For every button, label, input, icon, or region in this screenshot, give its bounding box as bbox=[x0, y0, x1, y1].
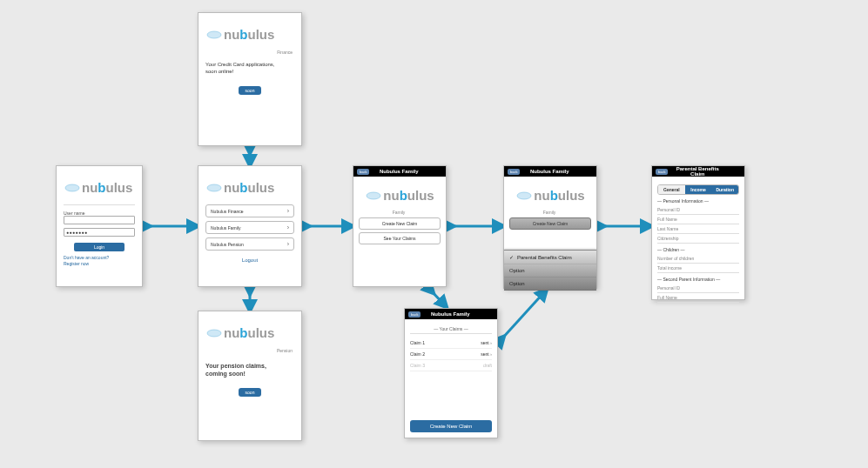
nav-family[interactable]: Nubulus Family› bbox=[205, 221, 294, 234]
phone-header: back Nubulus Family bbox=[405, 309, 497, 319]
logo: nubulus bbox=[359, 184, 441, 206]
flow-canvas: nubulus Finance Your Credit Card applica… bbox=[0, 0, 868, 468]
chevron-right-icon: › bbox=[287, 208, 289, 214]
svg-point-13 bbox=[517, 192, 531, 199]
nav-pension[interactable]: Nubulus Pension› bbox=[205, 237, 294, 251]
register-link[interactable]: Don't have an account?Register now bbox=[64, 255, 135, 267]
field-num-children[interactable]: Number of children bbox=[657, 254, 739, 264]
dropdown-option[interactable]: Option bbox=[504, 264, 596, 277]
section-children: Children bbox=[657, 247, 739, 252]
dropdown-option[interactable]: Option bbox=[504, 277, 596, 291]
list-header: — Your Claims — bbox=[410, 326, 492, 334]
field-full-name[interactable]: Full Name bbox=[657, 215, 739, 224]
password-input[interactable]: ●●●●●●● bbox=[64, 228, 135, 237]
see-claims-button[interactable]: See Your Claims bbox=[359, 232, 441, 244]
form-tabs: General Income Duration bbox=[657, 184, 739, 195]
card-hub: nubulus Nubulus Finance› Nubulus Family›… bbox=[198, 165, 302, 287]
tab-duration[interactable]: Duration bbox=[711, 185, 738, 194]
field-sp-personal-id[interactable]: Personal ID bbox=[657, 284, 739, 293]
logo: nubulus bbox=[205, 175, 294, 199]
phone-family-menu: back Nubulus Family nubulus Family Creat… bbox=[353, 165, 447, 287]
teaser-button[interactable]: soon bbox=[239, 86, 262, 95]
back-button[interactable]: back bbox=[656, 169, 668, 175]
chevron-right-icon: › bbox=[287, 241, 289, 247]
tab-general[interactable]: General bbox=[658, 185, 685, 194]
phone-claims-list: back Nubulus Family — Your Claims — Clai… bbox=[404, 308, 498, 438]
svg-point-8 bbox=[207, 31, 221, 38]
svg-line-5 bbox=[431, 291, 444, 304]
teaser-text: Your Credit Card applications,soon onlin… bbox=[205, 62, 294, 76]
logo: nubulus bbox=[205, 320, 294, 344]
field-total-income[interactable]: Total income bbox=[657, 264, 739, 273]
create-claim-select[interactable]: Create New Claim bbox=[509, 217, 591, 230]
field-personal-id[interactable]: Personal ID bbox=[657, 205, 739, 215]
claim-row[interactable]: Claim 3draft bbox=[410, 360, 492, 371]
create-new-claim-button[interactable]: Create New Claim bbox=[410, 420, 492, 432]
field-last-name[interactable]: Last Name bbox=[657, 224, 739, 234]
svg-point-10 bbox=[207, 184, 221, 191]
phone-family-dropdown: back Nubulus Family nubulus Family Creat… bbox=[503, 165, 597, 289]
field-sp-full-name[interactable]: Full Name bbox=[657, 293, 739, 303]
logo-subtitle: Family bbox=[509, 210, 589, 215]
logout-link[interactable]: Logout bbox=[205, 257, 294, 263]
phone-title: Nubulus Family bbox=[373, 169, 425, 174]
logo-subtitle: Finance bbox=[205, 50, 293, 55]
svg-line-6 bbox=[501, 292, 544, 339]
card-finance-teaser: nubulus Finance Your Credit Card applica… bbox=[198, 12, 302, 146]
card-pension-teaser: nubulus Pension Your pension claims,comi… bbox=[198, 311, 302, 441]
nav-finance[interactable]: Nubulus Finance› bbox=[205, 204, 294, 217]
svg-point-11 bbox=[207, 330, 221, 337]
phone-title: Nubulus Family bbox=[523, 169, 575, 174]
claim-row[interactable]: Claim 2sent › bbox=[410, 349, 492, 360]
phone-claim-form: back Parental Benefits Claim General Inc… bbox=[651, 165, 745, 300]
logo: nubulus bbox=[64, 175, 135, 199]
section-personal: Personal Information bbox=[657, 198, 739, 204]
chevron-right-icon: › bbox=[490, 340, 492, 345]
back-button[interactable]: back bbox=[408, 311, 421, 318]
back-button[interactable]: back bbox=[508, 169, 520, 175]
chevron-right-icon: › bbox=[490, 351, 492, 357]
chevron-right-icon: › bbox=[287, 224, 289, 231]
claim-row[interactable]: Claim 1sent › bbox=[410, 338, 492, 349]
phone-title: Parental Benefits Claim bbox=[671, 166, 723, 177]
phone-header: back Nubulus Family bbox=[504, 166, 596, 177]
teaser-text: Your pension claims,coming soon! bbox=[205, 362, 294, 378]
create-claim-button[interactable]: Create New Claim bbox=[359, 217, 441, 230]
card-login: nubulus User name ●●●●●●● Login Don't ha… bbox=[56, 165, 143, 287]
svg-point-9 bbox=[65, 184, 79, 191]
login-button[interactable]: Login bbox=[74, 243, 124, 251]
claim-type-dropdown: Parental Benefits Claim Option Option bbox=[504, 250, 596, 291]
svg-point-12 bbox=[367, 192, 380, 199]
dropdown-option-selected[interactable]: Parental Benefits Claim bbox=[504, 251, 596, 264]
section-second-parent: Second Parent Information bbox=[657, 277, 739, 282]
teaser-button[interactable]: soon bbox=[239, 388, 262, 397]
logo: nubulus bbox=[509, 184, 591, 206]
logo-subtitle: Pension bbox=[205, 348, 293, 353]
phone-header: back Parental Benefits Claim bbox=[652, 166, 744, 177]
phone-header: back Nubulus Family bbox=[353, 166, 446, 177]
logo-subtitle: Family bbox=[359, 210, 439, 215]
back-button[interactable]: back bbox=[357, 169, 369, 175]
logo: nubulus bbox=[205, 22, 294, 46]
tab-income[interactable]: Income bbox=[685, 185, 712, 194]
field-citizenship[interactable]: Citizenship bbox=[657, 234, 739, 244]
username-input[interactable] bbox=[64, 216, 135, 224]
phone-title: Nubulus Family bbox=[424, 311, 476, 317]
